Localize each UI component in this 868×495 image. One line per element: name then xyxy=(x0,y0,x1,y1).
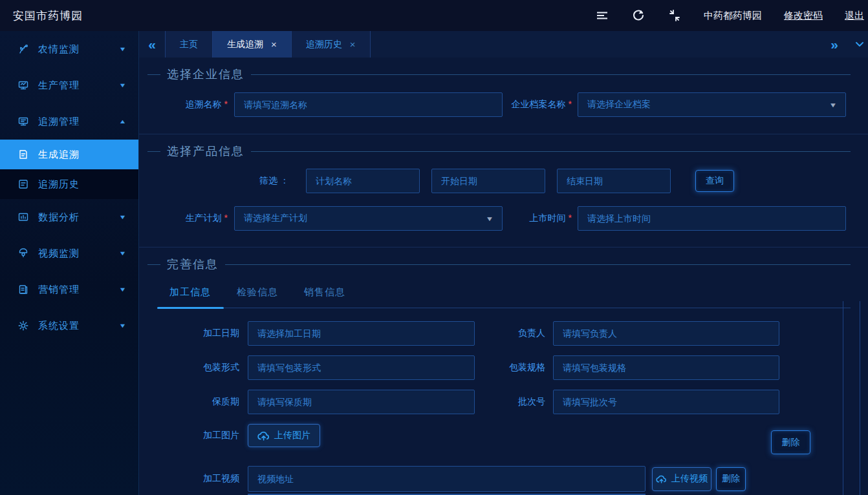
start-date-input[interactable] xyxy=(431,169,545,193)
process-video-label: 加工视频 xyxy=(157,473,248,485)
sidebar-item-marketing[interactable]: 营销管理 ▼ xyxy=(0,271,138,308)
gear-icon xyxy=(17,319,30,332)
pack-spec-input[interactable] xyxy=(553,355,779,380)
sidebar-item-label: 追溯历史 xyxy=(38,178,125,191)
sidebar-item-system-settings[interactable]: 系统设置 ▼ xyxy=(0,308,138,344)
sidebar-item-label: 视频监测 xyxy=(38,247,120,260)
launch-time-input[interactable] xyxy=(578,206,846,231)
process-image-row: 加工图片 上传图片 删除 xyxy=(157,424,851,454)
cloud-upload-icon xyxy=(656,474,667,483)
sidebar-item-label: 生产管理 xyxy=(38,79,120,92)
topbar-actions: 中药都药博园 修改密码 退出 xyxy=(595,0,864,31)
tab-home[interactable]: 主页 xyxy=(165,31,213,58)
sidebar-item-label: 营销管理 xyxy=(38,284,120,296)
required-mark: * xyxy=(569,99,572,109)
sidebar-item-video-monitor[interactable]: 视频监测 ▼ xyxy=(0,235,138,271)
process-date-label: 加工日期 xyxy=(157,328,248,339)
delete-video-button[interactable]: 删除 xyxy=(716,467,746,491)
process-date-input[interactable] xyxy=(248,321,475,346)
form-row: 加工日期 负责人 xyxy=(157,321,851,346)
trace-monitor-icon xyxy=(17,115,30,128)
tab-label: 主页 xyxy=(180,39,198,50)
camera-icon xyxy=(17,247,30,260)
query-button[interactable]: 查询 xyxy=(695,170,734,192)
tab-generate-trace[interactable]: 生成追溯 × xyxy=(213,31,292,58)
main-content: 选择企业信息 追溯名称* 企业档案名称* 请选择企业档案 ▼ 选择产品信息 xyxy=(139,58,868,495)
tab-sales-info[interactable]: 销售信息 xyxy=(291,286,358,308)
section-enterprise-info: 选择企业信息 追溯名称* 企业档案名称* 请选择企业档案 ▼ xyxy=(139,58,868,134)
top-bar: 安国市药博园 中药都药博园 修改密码 退出 xyxy=(0,0,868,31)
chart-icon xyxy=(17,211,30,224)
select-placeholder: 请选择企业档案 xyxy=(587,99,830,111)
refresh-icon[interactable] xyxy=(631,8,646,23)
form-row: 保质期 批次号 xyxy=(157,390,851,414)
legend-dash xyxy=(147,74,160,75)
tabs-scroll-right-button[interactable]: » xyxy=(830,37,838,52)
batch-number-label: 批次号 xyxy=(475,396,553,408)
section-product-info: 选择产品信息 筛选 ： 查询 生产计划* 请选择生产计划 ▼ 上市时间* xyxy=(139,134,868,247)
sidebar: 农情监测 ▼ 生产管理 ▼ 追溯管理 ▲ 生成追溯 xyxy=(0,31,139,495)
clipboard-icon xyxy=(17,283,30,296)
legend-line xyxy=(251,151,851,152)
close-icon[interactable]: × xyxy=(350,39,356,49)
sidebar-submenu-trace: 生成追溯 追溯历史 xyxy=(0,140,138,199)
manager-input[interactable] xyxy=(553,321,779,346)
complete-info-tabs: 加工信息 检验信息 销售信息 xyxy=(157,286,851,308)
logout-link[interactable]: 退出 xyxy=(845,10,864,22)
product-plan-row: 生产计划* 请选择生产计划 ▼ 上市时间* xyxy=(157,206,851,231)
tab-inspection-info[interactable]: 检验信息 xyxy=(224,286,291,308)
panel-border-line xyxy=(860,301,860,495)
form-row: 包装形式 包装规格 xyxy=(157,355,851,380)
chevron-down-icon: ▼ xyxy=(119,214,127,220)
trace-name-input[interactable] xyxy=(234,92,503,117)
shelf-life-label: 保质期 xyxy=(157,396,248,408)
tabs-menu-chevron-icon[interactable] xyxy=(852,37,867,52)
menu-fold-icon[interactable] xyxy=(595,8,609,23)
section-title: 选择企业信息 xyxy=(167,67,244,82)
video-url-input[interactable] xyxy=(248,466,646,492)
sidebar-item-generate-trace[interactable]: 生成追溯 xyxy=(0,140,138,169)
sidebar-item-label: 数据分析 xyxy=(38,211,120,224)
upload-video-button[interactable]: 上传视频 xyxy=(652,467,711,491)
tabs-scroll-left-button[interactable]: « xyxy=(139,31,165,58)
plan-name-filter-input[interactable] xyxy=(306,169,420,193)
chevron-down-icon: ▼ xyxy=(119,322,127,329)
sidebar-item-data-analysis[interactable]: 数据分析 ▼ xyxy=(0,199,138,235)
tab-label: 追溯历史 xyxy=(306,39,342,50)
process-video-row: 加工视频 上传视频 删除 xyxy=(157,466,851,492)
tab-process-info[interactable]: 加工信息 xyxy=(157,286,224,308)
shelf-life-input[interactable] xyxy=(248,390,475,414)
enterprise-archive-select[interactable]: 请选择企业档案 ▼ xyxy=(578,92,846,117)
exit-fullscreen-icon[interactable] xyxy=(667,8,682,23)
app-window: 安国市药博园 中药都药博园 修改密码 退出 农情监测 xyxy=(0,0,868,495)
button-label: 上传视频 xyxy=(671,473,708,485)
close-icon[interactable]: × xyxy=(271,39,277,49)
chevron-down-icon: ▼ xyxy=(119,82,127,89)
change-password-link[interactable]: 修改密码 xyxy=(784,10,823,22)
manager-label: 负责人 xyxy=(475,328,553,339)
monitor-icon xyxy=(17,79,30,92)
enterprise-form-row: 追溯名称* 企业档案名称* 请选择企业档案 ▼ xyxy=(157,92,851,117)
button-label: 上传图片 xyxy=(274,430,310,441)
delete-image-button[interactable]: 删除 xyxy=(771,430,810,454)
sidebar-item-production[interactable]: 生产管理 ▼ xyxy=(0,67,138,103)
end-date-input[interactable] xyxy=(557,169,671,193)
required-mark: * xyxy=(224,213,228,223)
legend-dash xyxy=(147,151,160,152)
batch-number-input[interactable] xyxy=(553,390,779,414)
tab-trace-history[interactable]: 追溯历史 × xyxy=(292,31,371,58)
cloud-upload-icon xyxy=(257,430,270,441)
sidebar-item-trace-history[interactable]: 追溯历史 xyxy=(0,169,138,199)
process-info-panel: 加工日期 负责人 包装形式 包装规格 保质期 批次号 xyxy=(157,308,851,492)
sidebar-item-agri-monitor[interactable]: 农情监测 ▼ xyxy=(0,31,138,67)
production-plan-select[interactable]: 请选择生产计划 ▼ xyxy=(234,206,503,231)
chevron-up-icon: ▲ xyxy=(119,118,127,125)
document-icon xyxy=(17,148,30,161)
section-title: 完善信息 xyxy=(167,257,219,272)
sidebar-item-label: 追溯管理 xyxy=(38,116,120,128)
upload-image-button[interactable]: 上传图片 xyxy=(248,424,320,447)
production-plan-label: 生产计划* xyxy=(157,213,234,224)
pack-form-input[interactable] xyxy=(248,355,475,380)
sidebar-item-trace-manage[interactable]: 追溯管理 ▲ xyxy=(0,103,138,140)
enterprise-archive-label: 企业档案名称* xyxy=(503,99,578,111)
